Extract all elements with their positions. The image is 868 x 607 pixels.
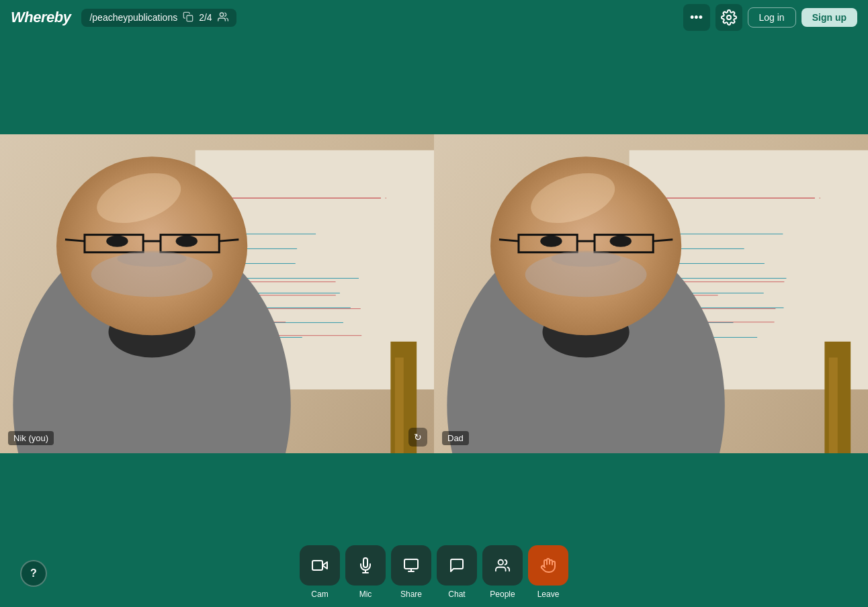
- chat-button[interactable]: Chat: [437, 545, 477, 599]
- more-dots-icon: •••: [690, 11, 703, 25]
- share-icon: [403, 557, 419, 573]
- chat-icon-bg: [437, 545, 477, 586]
- svg-marker-3: [322, 562, 327, 569]
- share-button[interactable]: Share: [391, 545, 431, 599]
- signup-button[interactable]: Sign up: [801, 8, 857, 27]
- header: Whereby /peacheypublications 2/4 •••: [0, 0, 868, 35]
- people-icon: [495, 558, 510, 573]
- chat-icon: [449, 557, 465, 573]
- cam-label: Cam: [311, 590, 328, 599]
- participants-icon: [218, 11, 228, 24]
- people-icon-bg: [482, 545, 523, 586]
- help-button[interactable]: ?: [20, 560, 47, 587]
- header-right: ••• Log in Sign up: [683, 4, 857, 31]
- refresh-button-nik[interactable]: ↻: [408, 428, 427, 447]
- login-button[interactable]: Log in: [748, 7, 796, 28]
- leave-icon: [540, 557, 556, 573]
- share-icon-bg: [391, 545, 431, 586]
- room-name: /peacheypublications: [89, 12, 177, 23]
- more-button[interactable]: •••: [683, 4, 710, 31]
- cam-icon: [312, 557, 328, 573]
- mic-button[interactable]: Mic: [345, 545, 386, 599]
- mic-label: Mic: [359, 590, 372, 599]
- participant-count: 2/4: [199, 12, 212, 23]
- logo: Whereby: [11, 9, 71, 26]
- video-tile-dad: Dad: [434, 134, 868, 453]
- leave-label: Leave: [537, 590, 560, 599]
- svg-rect-0: [187, 15, 193, 21]
- mic-icon: [357, 557, 374, 573]
- video-area: Nik (you) ↻ Dad: [0, 134, 868, 453]
- svg-rect-4: [312, 561, 322, 570]
- cam-button[interactable]: Cam: [300, 545, 340, 599]
- participant-label-dad: Dad: [442, 431, 469, 445]
- svg-point-2: [727, 15, 731, 19]
- copy-icon: [183, 11, 193, 24]
- share-label: Share: [400, 590, 422, 599]
- settings-button[interactable]: [715, 4, 742, 31]
- leave-icon-bg: [528, 545, 568, 586]
- people-label: People: [490, 590, 515, 599]
- leave-button[interactable]: Leave: [528, 545, 568, 599]
- svg-point-1: [220, 13, 223, 16]
- cam-icon-bg: [300, 545, 340, 586]
- svg-point-10: [498, 560, 503, 565]
- mic-icon-bg: [345, 545, 386, 586]
- video-tile-nik: Nik (you) ↻: [0, 134, 434, 453]
- gear-icon: [721, 9, 737, 26]
- chat-label: Chat: [448, 590, 465, 599]
- participant-label-nik: Nik (you): [8, 431, 54, 445]
- people-button[interactable]: People: [482, 545, 523, 599]
- help-label: ?: [30, 567, 37, 579]
- svg-rect-7: [404, 559, 418, 569]
- video-canvas-nik: [0, 134, 434, 453]
- room-badge: /peacheypublications 2/4: [81, 9, 236, 27]
- toolbar: Cam Mic Share Chat: [0, 537, 868, 607]
- video-canvas-dad: [434, 134, 868, 453]
